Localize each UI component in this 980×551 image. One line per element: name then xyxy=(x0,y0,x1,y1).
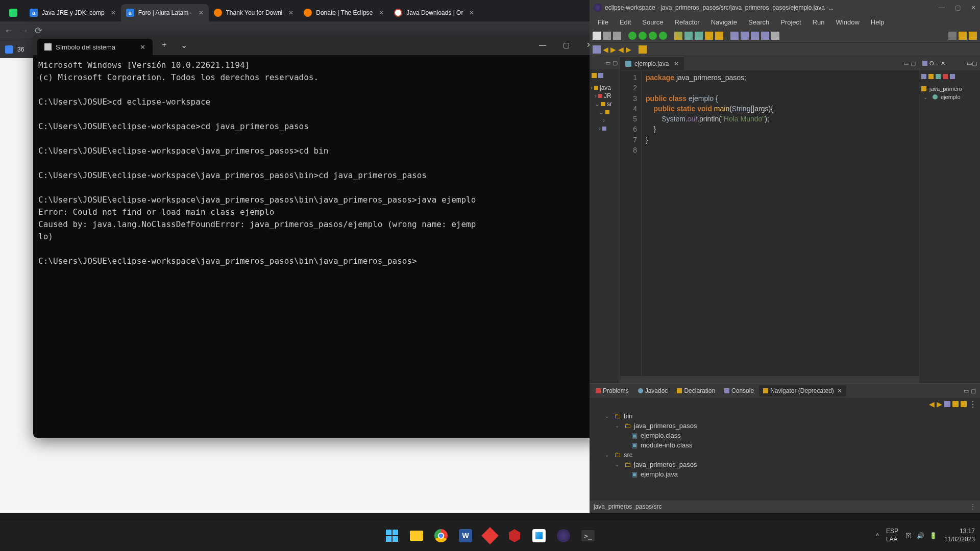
tab-console[interactable]: Console xyxy=(720,385,758,396)
browser-tab-foro-alura[interactable]: a Foro | Alura Latam - ✕ xyxy=(121,4,209,21)
close-icon[interactable]: ✕ xyxy=(941,60,945,67)
collapse-all-icon[interactable] xyxy=(592,73,597,78)
tab-javadoc[interactable]: Javadoc xyxy=(634,385,672,396)
back-history-icon[interactable]: ◀ xyxy=(603,45,608,54)
toggle-breadcrumb-icon[interactable] xyxy=(730,32,739,40)
menu-navigate[interactable]: Navigate xyxy=(706,17,742,27)
pin-icon[interactable] xyxy=(639,45,647,54)
new-tab-button[interactable]: + xyxy=(157,40,172,49)
search-toolbar-icon[interactable] xyxy=(948,32,957,40)
back-icon[interactable]: ← xyxy=(4,26,13,36)
close-icon[interactable]: ✕ xyxy=(674,60,679,67)
terminal-app-icon[interactable]: >_ xyxy=(578,525,598,546)
menu-project[interactable]: Project xyxy=(775,17,806,27)
back-icon[interactable]: ◀ xyxy=(929,400,935,408)
toggle-mark-icon[interactable] xyxy=(741,32,749,40)
eclipse-titlebar[interactable]: eclipse-workspace - java_primeros_pasos/… xyxy=(590,0,980,15)
terminal-titlebar[interactable]: Símbolo del sistema ✕ + ⌄ — ▢ ✕ xyxy=(33,35,601,55)
tab-declaration[interactable]: Declaration xyxy=(673,385,719,396)
debug-icon[interactable] xyxy=(628,32,636,40)
terminal-output[interactable]: Microsoft Windows [Versión 10.0.22621.11… xyxy=(33,55,601,271)
close-icon[interactable]: ✕ xyxy=(288,9,293,16)
maximize-icon[interactable]: ▢ xyxy=(972,60,977,67)
tab-navigator[interactable]: Navigator (Deprecated)✕ xyxy=(759,385,846,396)
outline-tab-label[interactable]: O... xyxy=(929,60,939,66)
perspective-java-icon[interactable] xyxy=(959,32,967,40)
link-editor-icon[interactable] xyxy=(952,401,959,407)
browser-tab-thank-you[interactable]: Thank You for Downl ✕ xyxy=(209,4,299,21)
battery-icon[interactable]: 🔋 xyxy=(929,532,937,539)
menu-search[interactable]: Search xyxy=(743,17,774,27)
code-editor[interactable]: 1 2 3 4 5 6 7 8 package java_primeros_pa… xyxy=(620,70,919,376)
close-icon[interactable]: ✕ xyxy=(837,387,842,394)
menu-refactor[interactable]: Refactor xyxy=(670,17,705,27)
maximize-icon[interactable]: ▢ xyxy=(911,60,916,67)
forward-icon[interactable]: → xyxy=(19,26,29,36)
save-icon[interactable] xyxy=(603,32,611,40)
maximize-button[interactable]: ▢ xyxy=(554,35,578,55)
open-type-icon[interactable] xyxy=(705,32,713,40)
navigator-tree[interactable]: ⌄🗀bin ⌄🗀java_primeros_pasos ▣ejemplo.cla… xyxy=(590,410,980,500)
nav-left-icon[interactable]: ◀ xyxy=(618,45,624,54)
perspective-debug-icon[interactable] xyxy=(969,32,977,40)
filter-icon[interactable] xyxy=(961,401,967,407)
nav-right-icon[interactable]: ▶ xyxy=(626,45,631,54)
browser-tab-donate-eclipse[interactable]: Donate | The Eclipse ✕ xyxy=(299,4,389,21)
minimize-icon[interactable]: ▭ xyxy=(605,60,610,66)
new-interface-icon[interactable] xyxy=(695,32,703,40)
terminal-tab-cmd[interactable]: Símbolo del sistema ✕ xyxy=(37,39,153,55)
start-button[interactable] xyxy=(382,525,402,546)
filter-icon[interactable] xyxy=(928,74,934,79)
close-icon[interactable]: ✕ xyxy=(111,9,116,16)
menu-help[interactable]: Help xyxy=(866,17,890,27)
code-content[interactable]: package java_primeros_pasos; public clas… xyxy=(642,70,919,376)
forward-icon[interactable]: ▶ xyxy=(937,400,942,408)
outline-tree[interactable]: java_primero ⌄ejemplo xyxy=(919,83,980,103)
menu-edit[interactable]: Edit xyxy=(615,17,636,27)
menu-file[interactable]: File xyxy=(593,17,614,27)
pin-editor-icon[interactable] xyxy=(771,32,779,40)
menu-source[interactable]: Source xyxy=(637,17,668,27)
clock[interactable]: 13:17 11/02/2023 xyxy=(944,528,975,543)
new-package-icon[interactable] xyxy=(674,32,682,40)
browser-tab-jre-jdk[interactable]: a Java JRE y JDK: comp ✕ xyxy=(24,4,121,21)
sort-icon[interactable] xyxy=(921,74,926,79)
hide-fields-icon[interactable] xyxy=(936,74,941,79)
bookmark-label[interactable]: 36 xyxy=(17,46,24,53)
wifi-icon[interactable]: ⚿ xyxy=(905,532,912,539)
coverage-icon[interactable] xyxy=(649,32,657,40)
hide-static-icon[interactable] xyxy=(943,74,948,79)
hide-nonpublic-icon[interactable] xyxy=(950,74,955,79)
mcafee-icon[interactable] xyxy=(504,525,525,546)
maximize-icon[interactable]: ▢ xyxy=(612,60,618,66)
collapse-all-icon[interactable] xyxy=(944,401,950,407)
run-icon[interactable] xyxy=(639,32,647,40)
close-icon[interactable]: ✕ xyxy=(140,43,145,51)
eclipse-app-icon[interactable] xyxy=(553,525,574,546)
new-icon[interactable] xyxy=(593,32,601,40)
menu-icon[interactable]: ⋮ xyxy=(969,399,977,409)
close-button[interactable]: ✕ xyxy=(971,4,976,11)
minimize-icon[interactable]: ▭ xyxy=(964,388,969,394)
search-icon[interactable] xyxy=(715,32,723,40)
language-indicator[interactable]: ESP LAA xyxy=(886,528,898,543)
file-explorer-icon[interactable] xyxy=(406,525,427,546)
volume-icon[interactable]: 🔊 xyxy=(917,532,924,539)
maximize-button[interactable]: ▢ xyxy=(955,4,961,11)
package-explorer-tree[interactable]: ›java ›JR ⌄sr ⌄ › › xyxy=(590,82,620,135)
link-icon[interactable] xyxy=(598,73,603,78)
toggle-block-icon[interactable] xyxy=(751,32,759,40)
chrome-icon[interactable] xyxy=(431,525,451,546)
minimize-icon[interactable]: ▭ xyxy=(967,60,972,67)
menu-window[interactable]: Window xyxy=(831,17,865,27)
menu-run[interactable]: Run xyxy=(807,17,830,27)
word-icon[interactable]: W xyxy=(455,525,476,546)
minimize-icon[interactable]: ▭ xyxy=(903,60,909,67)
link-editor-icon[interactable] xyxy=(593,45,601,54)
tab-dropdown-icon[interactable]: ⌄ xyxy=(176,40,192,50)
app-icon-red[interactable] xyxy=(480,525,500,546)
store-icon[interactable] xyxy=(529,525,549,546)
forward-history-icon[interactable]: ▶ xyxy=(610,45,616,54)
save-all-icon[interactable] xyxy=(613,32,621,40)
close-icon[interactable]: ✕ xyxy=(469,9,474,16)
